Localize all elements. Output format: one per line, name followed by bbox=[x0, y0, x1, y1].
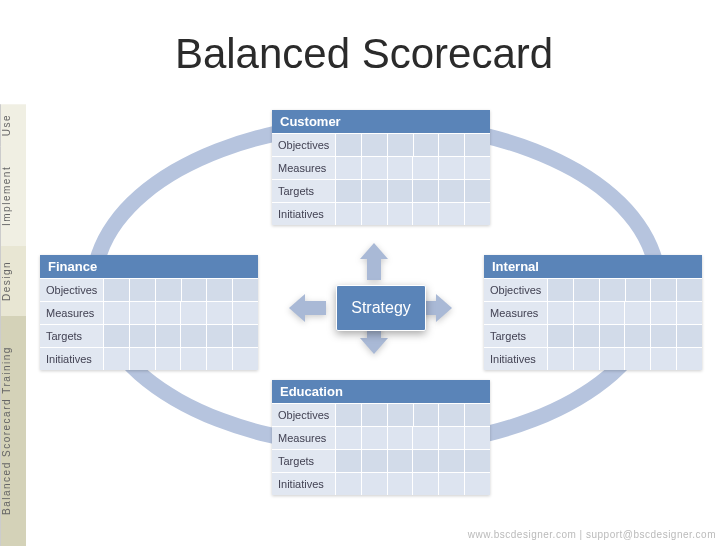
row-label: Initiatives bbox=[484, 348, 548, 370]
row-label: Initiatives bbox=[272, 473, 336, 495]
tab-implement[interactable]: Implement bbox=[0, 146, 26, 246]
perspective-title: Education bbox=[272, 380, 490, 403]
row-label: Measures bbox=[40, 302, 104, 324]
row-label: Targets bbox=[272, 450, 336, 472]
perspective-education: Education Objectives Measures Targets In… bbox=[272, 380, 490, 495]
tab-training[interactable]: Balanced Scorecard Training bbox=[0, 316, 26, 546]
tab-design[interactable]: Design bbox=[0, 246, 26, 316]
row-cells bbox=[336, 450, 490, 472]
row-cells bbox=[336, 404, 490, 426]
row-label: Targets bbox=[484, 325, 548, 347]
row-label: Measures bbox=[484, 302, 548, 324]
row-label: Targets bbox=[272, 180, 336, 202]
strategy-center: Strategy bbox=[336, 285, 426, 331]
tab-use[interactable]: Use bbox=[0, 104, 26, 146]
row-cells bbox=[336, 157, 490, 179]
row-cells bbox=[104, 279, 258, 301]
footer-credits: www.bscdesigner.com | support@bscdesigne… bbox=[468, 529, 716, 540]
perspective-internal: Internal Objectives Measures Targets Ini… bbox=[484, 255, 702, 370]
row-cells bbox=[336, 180, 490, 202]
perspective-title: Customer bbox=[272, 110, 490, 133]
perspective-finance: Finance Objectives Measures Targets Init… bbox=[40, 255, 258, 370]
perspective-title: Internal bbox=[484, 255, 702, 278]
row-cells bbox=[336, 134, 490, 156]
perspective-customer: Customer Objectives Measures Targets Ini… bbox=[272, 110, 490, 225]
row-cells bbox=[548, 302, 702, 324]
row-cells bbox=[104, 302, 258, 324]
row-cells bbox=[548, 325, 702, 347]
row-cells bbox=[336, 473, 490, 495]
row-label: Objectives bbox=[40, 279, 104, 301]
perspective-title: Finance bbox=[40, 255, 258, 278]
row-label: Initiatives bbox=[272, 203, 336, 225]
row-label: Objectives bbox=[272, 134, 336, 156]
row-cells bbox=[548, 348, 702, 370]
row-label: Initiatives bbox=[40, 348, 104, 370]
row-cells bbox=[104, 348, 258, 370]
row-cells bbox=[336, 203, 490, 225]
row-cells bbox=[548, 279, 702, 301]
row-label: Measures bbox=[272, 427, 336, 449]
row-label: Measures bbox=[272, 157, 336, 179]
row-label: Objectives bbox=[484, 279, 548, 301]
diagram-canvas: Strategy Customer Objectives Measures Ta… bbox=[26, 70, 728, 530]
row-label: Objectives bbox=[272, 404, 336, 426]
side-tabs: Balanced Scorecard Training Design Imple… bbox=[0, 0, 26, 546]
row-label: Targets bbox=[40, 325, 104, 347]
row-cells bbox=[104, 325, 258, 347]
row-cells bbox=[336, 427, 490, 449]
